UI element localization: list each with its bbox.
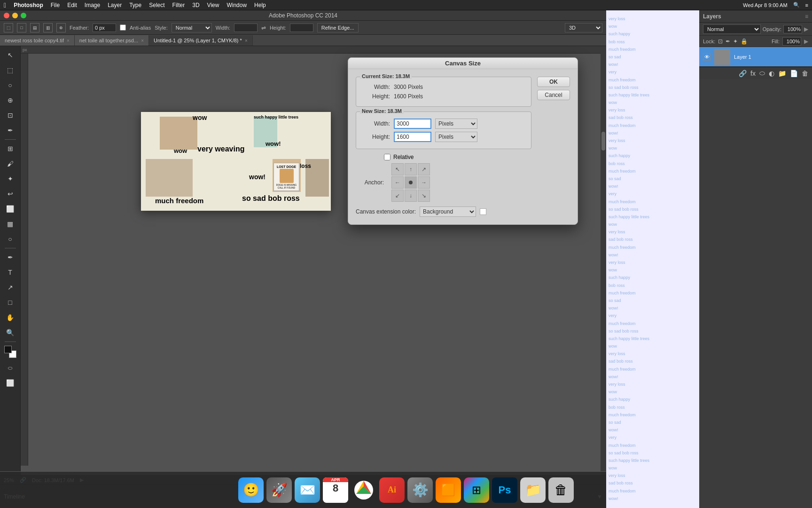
anchor-topleft[interactable]: ↖ bbox=[391, 163, 404, 175]
lock-pixels-icon[interactable]: ⊡ bbox=[718, 38, 723, 45]
dock-launchpad[interactable]: 🚀 bbox=[266, 477, 292, 503]
cancel-button[interactable]: Cancel bbox=[537, 90, 570, 100]
canvas-ext-color-select[interactable]: Background Foreground White Black Gray O… bbox=[420, 206, 476, 217]
marquee-icon[interactable]: □ bbox=[17, 23, 26, 32]
menu-type[interactable]: Type bbox=[129, 2, 141, 8]
quick-mask-mode[interactable]: ⬭ bbox=[3, 361, 17, 375]
gradient-tool[interactable]: ▦ bbox=[3, 217, 17, 231]
tab-close-net[interactable]: × bbox=[141, 38, 144, 43]
quick-select-tool[interactable]: ⊕ bbox=[3, 93, 17, 107]
anchor-middleright[interactable]: → bbox=[418, 176, 430, 189]
foreground-color-swatch[interactable] bbox=[4, 346, 12, 353]
eyedropper-tool[interactable]: ✒ bbox=[3, 123, 17, 137]
new-width-input[interactable] bbox=[394, 119, 431, 129]
dodge-tool[interactable]: ○ bbox=[3, 232, 17, 246]
menu-edit[interactable]: Edit bbox=[67, 2, 77, 8]
antialias-checkbox[interactable] bbox=[120, 24, 126, 31]
menu-view[interactable]: View bbox=[207, 2, 219, 8]
anchor-topright[interactable]: ↗ bbox=[418, 163, 430, 175]
move-tool[interactable]: ↖ bbox=[3, 48, 17, 62]
brush-tool[interactable]: 🖌 bbox=[3, 157, 17, 171]
adjustment-icon[interactable]: ◐ bbox=[769, 70, 774, 77]
dock-finder2[interactable]: 📁 bbox=[520, 477, 546, 503]
anchor-center[interactable] bbox=[405, 176, 417, 189]
tab-close-newest[interactable]: × bbox=[67, 38, 70, 43]
opacity-arrow[interactable]: ▶ bbox=[804, 26, 808, 32]
dock-mosaic[interactable]: 🟧 bbox=[436, 477, 461, 503]
dock-system-prefs[interactable]: ⚙️ bbox=[407, 477, 433, 503]
dock-photoshop[interactable]: Ps bbox=[492, 477, 517, 503]
layer-visibility-toggle[interactable]: 👁 bbox=[703, 53, 710, 61]
color-swatches[interactable] bbox=[4, 346, 16, 358]
menu-layer[interactable]: Layer bbox=[108, 2, 122, 8]
vertical-scrollbar[interactable] bbox=[601, 46, 606, 475]
opacity-input[interactable] bbox=[783, 25, 802, 33]
menu-filter[interactable]: Filter bbox=[172, 2, 185, 8]
tab-net-toile[interactable]: net toile all together.psd... × bbox=[75, 35, 149, 46]
single-col-icon[interactable]: ▥ bbox=[43, 23, 53, 32]
anchor-bottomright[interactable]: ↘ bbox=[418, 190, 430, 202]
hand-tool[interactable]: ✋ bbox=[3, 310, 17, 325]
height-unit-select[interactable]: Pixels Inches cm bbox=[435, 132, 477, 142]
refine-edge-button[interactable]: Refine Edge... bbox=[317, 23, 359, 32]
canvas-ext-color-preview[interactable] bbox=[480, 208, 486, 215]
width-input[interactable] bbox=[234, 24, 258, 32]
add-mask-icon[interactable]: ⬭ bbox=[759, 69, 765, 77]
fill-input[interactable] bbox=[782, 37, 801, 46]
zoom-tool[interactable]: 🔍 bbox=[3, 325, 17, 340]
text-tool[interactable]: T bbox=[3, 265, 17, 279]
layers-panel-options[interactable]: ≡ bbox=[805, 13, 808, 20]
anchor-bottomcenter[interactable]: ↓ bbox=[405, 190, 417, 202]
lock-position-icon[interactable]: ✒ bbox=[726, 38, 730, 45]
tab-close-untitled[interactable]: × bbox=[245, 38, 248, 43]
dock-finder[interactable]: 🙂 bbox=[238, 477, 264, 503]
single-row-icon[interactable]: ▤ bbox=[30, 23, 39, 32]
dock-illustrator[interactable]: Ai bbox=[379, 477, 405, 503]
width-unit-select[interactable]: Pixels Inches cm mm Points Picas Percent bbox=[435, 119, 477, 129]
menu-help[interactable]: Help bbox=[254, 2, 266, 8]
dock-grid-app[interactable]: ⊞ bbox=[464, 477, 489, 503]
window-controls[interactable] bbox=[4, 13, 26, 18]
menu-3d[interactable]: 3D bbox=[192, 2, 199, 8]
minimize-button[interactable] bbox=[12, 13, 18, 18]
crop-tool[interactable]: ⊡ bbox=[3, 108, 17, 122]
dock-mail[interactable]: ✉️ bbox=[295, 477, 320, 503]
3d-mode-select[interactable]: 3D bbox=[565, 23, 602, 32]
shape-tool[interactable]: □ bbox=[3, 295, 17, 310]
eraser-tool[interactable]: ⬜ bbox=[3, 202, 17, 216]
screen-mode[interactable]: ⬜ bbox=[3, 376, 17, 390]
anchor-bottomleft[interactable]: ↙ bbox=[391, 190, 404, 202]
pen-tool[interactable]: ✒ bbox=[3, 250, 17, 264]
maximize-button[interactable] bbox=[21, 13, 26, 18]
path-select-tool[interactable]: ↗ bbox=[3, 280, 17, 294]
relative-checkbox[interactable] bbox=[384, 154, 390, 160]
blend-mode-select[interactable]: Normal Dissolve Multiply Screen Overlay bbox=[703, 24, 761, 34]
ok-button[interactable]: OK bbox=[537, 77, 570, 87]
layer-item-layer1[interactable]: 👁 Layer 1 bbox=[699, 47, 812, 67]
link-layers-icon[interactable]: 🔗 bbox=[739, 70, 747, 77]
lock-move-icon[interactable]: ✦ bbox=[733, 38, 738, 45]
cross-icon[interactable]: ⊕ bbox=[56, 23, 66, 32]
apple-menu[interactable]:  bbox=[4, 1, 6, 9]
dock-chrome[interactable] bbox=[351, 477, 376, 503]
anchor-middleleft[interactable]: ← bbox=[391, 176, 404, 189]
app-menu-photoshop[interactable]: Photoshop bbox=[14, 2, 43, 8]
tab-untitled[interactable]: Untitled-1 @ 25% (Layer 1, CMYK/8) * × bbox=[149, 35, 253, 46]
close-button[interactable] bbox=[4, 13, 9, 18]
control-strip-icon[interactable]: ≡ bbox=[805, 2, 808, 8]
lasso-tool[interactable]: ○ bbox=[3, 78, 17, 92]
feather-input[interactable] bbox=[93, 24, 116, 32]
spot-heal-tool[interactable]: ⊞ bbox=[3, 142, 17, 156]
new-height-input[interactable] bbox=[394, 132, 431, 142]
fill-arrow[interactable]: ▶ bbox=[804, 38, 808, 45]
menu-select[interactable]: Select bbox=[149, 2, 164, 8]
marquee-tool[interactable]: ⬚ bbox=[3, 63, 17, 77]
clone-tool[interactable]: ✦ bbox=[3, 172, 17, 186]
dock-calendar[interactable]: APR 8 bbox=[323, 477, 348, 503]
swap-icon[interactable]: ⇌ bbox=[261, 24, 266, 31]
dock-trash[interactable]: 🗑 bbox=[548, 477, 574, 503]
new-layer-icon[interactable]: 📄 bbox=[790, 70, 798, 77]
scrollbar-thumb[interactable] bbox=[601, 132, 605, 151]
lock-all-icon[interactable]: 🔒 bbox=[741, 38, 748, 45]
fx-icon[interactable]: fx bbox=[750, 70, 756, 77]
